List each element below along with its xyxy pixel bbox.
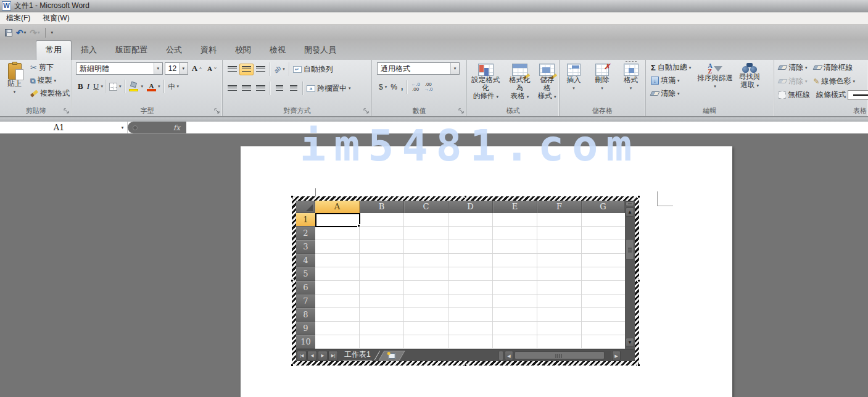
scroll-down-button[interactable]: ▼ — [626, 338, 634, 347]
embedded-excel-object[interactable]: A B C D E F G 1 2 3 4 5 6 7 8 9 10 ▲ — [292, 196, 639, 366]
percent-button[interactable]: % — [389, 81, 399, 93]
name-box-dropdown-icon[interactable]: ▾ — [118, 122, 128, 133]
save-button[interactable] — [4, 27, 14, 39]
column-header-G[interactable]: G — [582, 201, 625, 213]
alignment-dialog-launcher[interactable] — [363, 108, 370, 114]
font-size-combo[interactable]: 12 ▾ — [165, 62, 188, 75]
clear-borders-button[interactable]: 清除框線 — [812, 62, 855, 73]
shrink-font-button[interactable]: A˅ — [205, 63, 218, 75]
column-header-D[interactable]: D — [448, 201, 493, 213]
format-cells-button[interactable]: 格式 ▾ — [622, 62, 640, 106]
row-header-4[interactable]: 4 — [296, 254, 315, 267]
row-header-9[interactable]: 9 — [296, 322, 315, 335]
grow-font-button[interactable]: A˄ — [190, 63, 204, 75]
column-header-F[interactable]: F — [537, 201, 582, 213]
font-family-combo[interactable]: 新細明體 ▾ — [76, 62, 163, 75]
word-app-icon[interactable]: W — [2, 1, 11, 10]
tab-insert[interactable]: 插入 — [72, 41, 106, 60]
decrease-indent-button[interactable] — [272, 83, 286, 94]
horizontal-scroll-thumb[interactable] — [515, 351, 605, 359]
clear-button[interactable]: 清除 ▾ — [649, 88, 693, 99]
column-header-A[interactable]: A — [315, 201, 360, 213]
column-header-B[interactable]: B — [360, 201, 404, 213]
phonetic-guide-button[interactable]: 中 ▾ — [166, 81, 181, 93]
tab-data[interactable]: 資料 — [191, 41, 226, 60]
sort-filter-button[interactable]: AZ 排序與篩選 ▾ — [695, 62, 735, 106]
align-bottom-button[interactable] — [254, 64, 268, 75]
font-color-button[interactable]: A ▾ — [145, 81, 162, 93]
tab-review[interactable]: 校閱 — [226, 41, 260, 60]
scroll-right-button[interactable]: ▶ — [612, 351, 621, 361]
find-select-button[interactable]: 尋找與 選取 ▾ — [737, 62, 763, 106]
tab-home[interactable]: 常用 — [36, 40, 72, 60]
fill-handle[interactable] — [357, 224, 360, 227]
tab-view[interactable]: 檢視 — [260, 41, 295, 60]
tab-developer[interactable]: 開發人員 — [295, 41, 345, 60]
fill-button[interactable]: ↓ 填滿 ▾ — [649, 75, 693, 86]
name-box[interactable]: A1 — [0, 122, 118, 133]
align-right-button[interactable] — [254, 83, 268, 94]
italic-button[interactable]: I — [85, 81, 91, 93]
scroll-up-button[interactable]: ▲ — [626, 207, 634, 217]
number-format-combo[interactable]: 通用格式 ▾ — [377, 62, 460, 75]
borders-button[interactable]: ▾ — [107, 81, 123, 93]
line-style-combo[interactable] — [848, 90, 868, 100]
increase-decimal-button[interactable]: ←.0 .00 — [409, 82, 422, 92]
redo-button[interactable]: ↷ ▾ — [28, 27, 41, 39]
wrap-text-button[interactable]: ↵ 自動換列 — [291, 64, 335, 75]
format-painter-button[interactable]: 複製格式 — [28, 88, 72, 99]
resize-handle-ne[interactable] — [637, 195, 640, 198]
selected-cell-A1[interactable] — [315, 213, 360, 227]
orientation-button[interactable]: ab▾ — [272, 64, 287, 75]
no-border-button[interactable]: 無框線 — [777, 89, 812, 101]
formula-input[interactable] — [186, 122, 868, 133]
merge-center-button[interactable]: a 跨欄置中 ▾ — [305, 83, 353, 94]
align-left-button[interactable] — [225, 83, 239, 94]
font-dialog-launcher[interactable] — [214, 108, 220, 114]
first-sheet-button[interactable]: |◀ — [297, 351, 307, 361]
row-header-10[interactable]: 10 — [296, 335, 315, 349]
autosum-button[interactable]: Σ 自動加總 ▾ — [649, 62, 693, 73]
paste-button[interactable]: 貼上 ▾ — [2, 62, 27, 106]
conditional-formatting-button[interactable]: 設定格式化 的條件 ▾ — [467, 62, 505, 106]
copy-button[interactable]: ⧉ 複製 ▾ — [28, 75, 72, 86]
align-middle-button[interactable] — [239, 64, 254, 75]
resize-handle-se[interactable] — [637, 364, 640, 367]
erase-disabled-button[interactable]: 清除 ▾ — [777, 75, 809, 87]
column-header-E[interactable]: E — [493, 201, 537, 213]
increase-indent-button[interactable] — [286, 83, 300, 94]
last-sheet-button[interactable]: ▶| — [328, 351, 338, 361]
decrease-decimal-button[interactable]: .00 →.0 — [422, 82, 435, 92]
horizontal-split-box[interactable] — [498, 351, 503, 361]
erase-button[interactable]: 清除 ▾ — [777, 62, 809, 73]
vertical-scroll-thumb[interactable] — [626, 239, 634, 260]
resize-handle-e[interactable] — [637, 279, 640, 282]
vertical-scrollbar[interactable]: ▲ ▼ — [625, 201, 635, 349]
insert-worksheet-button[interactable] — [378, 351, 405, 361]
menu-window[interactable]: 視窗(W) — [36, 12, 75, 24]
tab-page-layout[interactable]: 版面配置 — [106, 41, 157, 60]
cell-grid[interactable] — [315, 213, 625, 349]
row-header-6[interactable]: 6 — [296, 281, 315, 295]
menu-file[interactable]: 檔案(F) — [0, 12, 36, 24]
format-as-table-button[interactable]: 格式化為 表格 ▾ — [505, 62, 535, 106]
comma-button[interactable]: , — [399, 81, 405, 93]
row-header-2[interactable]: 2 — [296, 227, 315, 240]
row-header-5[interactable]: 5 — [296, 267, 315, 281]
tab-formulas[interactable]: 公式 — [157, 41, 191, 60]
fill-color-button[interactable]: ▾ — [127, 81, 145, 93]
number-dialog-launcher[interactable] — [458, 108, 465, 114]
bold-button[interactable]: B — [76, 81, 85, 93]
currency-button[interactable]: $▾ — [377, 81, 389, 93]
insert-cells-button[interactable]: ← 插入 ▾ — [565, 62, 583, 106]
sheet-tab-worksheet1[interactable]: 工作表1 — [343, 349, 372, 361]
underline-dropdown-icon[interactable]: ▾ — [101, 84, 103, 89]
row-header-1[interactable]: 1 — [296, 213, 315, 227]
cell-styles-button[interactable]: 儲存格 樣式 ▾ — [535, 62, 559, 106]
clipboard-dialog-launcher[interactable] — [64, 108, 70, 114]
next-sheet-button[interactable]: ▶ — [318, 351, 328, 361]
resize-handle-n[interactable] — [464, 195, 467, 198]
resize-handle-sw[interactable] — [291, 364, 294, 367]
column-header-C[interactable]: C — [404, 201, 448, 213]
align-center-button[interactable] — [239, 83, 254, 94]
